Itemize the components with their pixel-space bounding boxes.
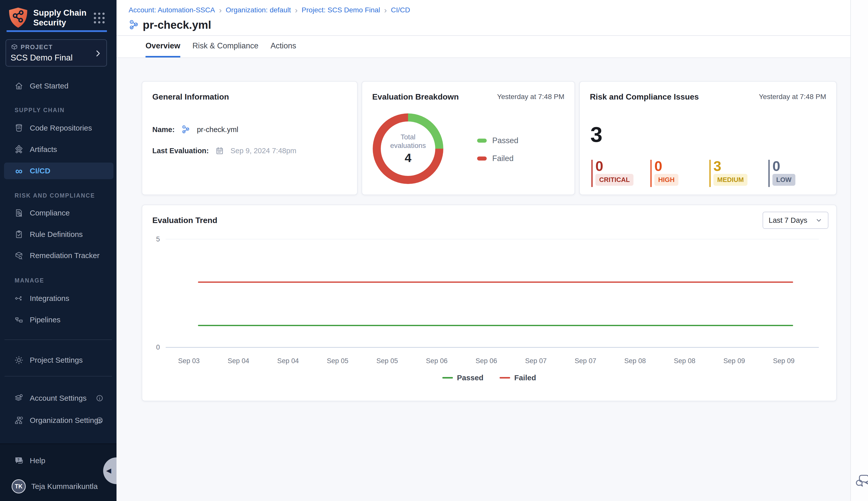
sidebar-item-pipelines[interactable]: Pipelines xyxy=(0,311,116,328)
breadcrumb-organization[interactable]: Organization: default xyxy=(226,6,291,14)
breadcrumb-module[interactable]: CI/CD xyxy=(391,6,410,14)
layers-gear-icon xyxy=(14,393,24,403)
tab-overview[interactable]: Overview xyxy=(146,36,180,57)
home-icon xyxy=(14,81,24,91)
sidebar-item-cicd[interactable]: ∞ CI/CD xyxy=(4,162,114,179)
sidebar: Supply Chain Security PROJECT SCS Demo F… xyxy=(0,0,116,501)
infinity-icon: ∞ xyxy=(14,166,24,175)
donut-center-label: Total evaluations xyxy=(387,133,429,150)
app-logo: Supply Chain Security xyxy=(9,7,86,28)
trend-line-passed xyxy=(198,325,793,326)
sidebar-item-label: Account Settings xyxy=(30,394,86,403)
help-chat-icon: ? xyxy=(14,456,24,465)
severity-medium: 3 MEDIUM xyxy=(709,159,765,189)
name-value: pr-check.yml xyxy=(197,126,238,134)
app-grid-icon[interactable] xyxy=(94,13,105,24)
user-menu[interactable]: TK Teja Kummarikuntla xyxy=(12,479,97,493)
sidebar-item-remediation-tracker[interactable]: Remediation Tracker xyxy=(0,247,116,264)
main-content: General Information Name: pr-check.yml L… xyxy=(116,58,850,501)
sidebar-item-label: Code Repositories xyxy=(30,124,92,132)
sidebar-item-project-settings[interactable]: Project Settings xyxy=(0,352,116,369)
legend-passed-row: Passed 1rules xyxy=(477,136,518,145)
trend-legend: Passed Failed xyxy=(142,373,836,382)
failed-label: Failed xyxy=(492,154,513,163)
app-title: Supply Chain Security xyxy=(33,8,86,28)
severity-bar xyxy=(709,160,711,187)
x-tick-label: Sep 08 xyxy=(674,357,696,365)
last-evaluation-row: Last Evaluation: Sep 9, 2024 7:48pm xyxy=(152,147,296,155)
tab-risk-compliance[interactable]: Risk & Compliance xyxy=(192,36,259,57)
card-title: Evaluation Breakdown xyxy=(372,92,459,102)
page-title: pr-check.yml xyxy=(143,19,211,31)
severity-low: 0 LOW xyxy=(768,159,824,189)
sidebar-item-organization-settings[interactable]: Organization Settings xyxy=(0,412,116,429)
high-count: 0 xyxy=(655,158,662,174)
project-selector[interactable]: PROJECT SCS Demo Final xyxy=(6,39,107,66)
failed-pill-icon xyxy=(477,157,487,161)
failed-line-icon xyxy=(500,377,510,379)
sidebar-item-compliance[interactable]: Compliance xyxy=(0,205,116,221)
svg-text:</>: </> xyxy=(17,127,21,129)
legend-failed: Failed xyxy=(500,373,536,382)
box-tag-icon xyxy=(14,251,24,260)
chevron-right-icon: › xyxy=(384,7,387,14)
info-icon[interactable] xyxy=(96,417,103,424)
low-count: 0 xyxy=(772,158,780,174)
sidebar-item-artifacts[interactable]: Artifacts xyxy=(0,141,116,158)
x-tick-label: Sep 06 xyxy=(475,357,497,365)
sidebar-item-account-settings[interactable]: Account Settings xyxy=(0,390,116,406)
pipelines-icon xyxy=(14,315,24,324)
page-header: Account: Automation-SSCA › Organization:… xyxy=(116,0,850,36)
breadcrumb-project[interactable]: Project: SCS Demo Final xyxy=(302,6,380,14)
breadcrumb: Account: Automation-SSCA › Organization:… xyxy=(129,6,410,14)
low-badge: LOW xyxy=(772,174,795,186)
donut-center: Total evaluations 4 xyxy=(373,114,443,184)
x-tick-label: Sep 07 xyxy=(575,357,596,365)
right-utility-strip xyxy=(850,0,868,501)
card-title: General Information xyxy=(152,92,229,102)
sidebar-item-label: Rule Definitions xyxy=(30,230,83,239)
card-title: Risk and Compliance Issues xyxy=(590,92,699,102)
sidebar-item-get-started[interactable]: Get Started xyxy=(0,78,116,94)
evaluation-breakdown-card: Evaluation Breakdown Yesterday at 7:48 P… xyxy=(362,81,575,195)
help-button[interactable]: ? Help xyxy=(14,456,45,465)
passed-pill-icon xyxy=(477,139,487,143)
trend-line-failed xyxy=(198,281,793,283)
sidebar-section-risk-compliance: RISK AND COMPLIANCE xyxy=(14,192,95,199)
calendar-icon xyxy=(215,147,224,155)
chevron-right-icon: › xyxy=(295,7,297,14)
x-tick-label: Sep 09 xyxy=(723,357,745,365)
sidebar-item-rule-definitions[interactable]: Rule Definitions xyxy=(0,226,116,243)
accent-divider xyxy=(7,30,107,32)
sidebar-item-label: Artifacts xyxy=(30,145,57,154)
date-range-dropdown[interactable]: Last 7 Days xyxy=(763,212,828,229)
info-icon[interactable] xyxy=(96,394,103,402)
chat-support-icon[interactable] xyxy=(855,473,868,488)
sidebar-item-integrations[interactable]: Integrations xyxy=(0,290,116,307)
last-evaluation-value: Sep 9, 2024 7:48pm xyxy=(230,147,296,155)
gridline-top xyxy=(166,239,819,239)
sidebar-item-label: Compliance xyxy=(30,209,70,217)
timestamp: Yesterday at 7:48 PM xyxy=(759,93,826,101)
legend-passed: Passed xyxy=(442,373,483,382)
sidebar-item-label: Get Started xyxy=(30,82,68,90)
org-chart-gear-icon xyxy=(14,416,24,425)
tab-bar: Overview Risk & Compliance Actions xyxy=(116,36,850,58)
shield-logo-icon xyxy=(9,7,28,28)
sidebar-item-label: Pipelines xyxy=(30,316,61,324)
name-row: Name: pr-check.yml xyxy=(152,125,238,134)
severity-high: 0 HIGH xyxy=(650,159,706,189)
sidebar-item-label: Project Settings xyxy=(30,356,83,364)
x-tick-label: Sep 05 xyxy=(377,357,398,365)
compliance-doc-icon xyxy=(14,208,24,218)
breadcrumb-account[interactable]: Account: Automation-SSCA xyxy=(129,6,215,14)
pipeline-icon xyxy=(129,20,139,30)
severity-critical: 0 CRITICAL xyxy=(592,159,647,189)
tab-actions[interactable]: Actions xyxy=(271,36,296,57)
last-evaluation-label: Last Evaluation: xyxy=(152,147,209,155)
legend-failed-row: Failed 3rules xyxy=(477,154,513,163)
risk-compliance-card: Risk and Compliance Issues Yesterday at … xyxy=(579,81,837,195)
sidebar-item-label: Organization Settings xyxy=(30,416,102,425)
sidebar-item-code-repositories[interactable]: </> Code Repositories xyxy=(0,120,116,136)
medium-count: 3 xyxy=(713,158,721,174)
